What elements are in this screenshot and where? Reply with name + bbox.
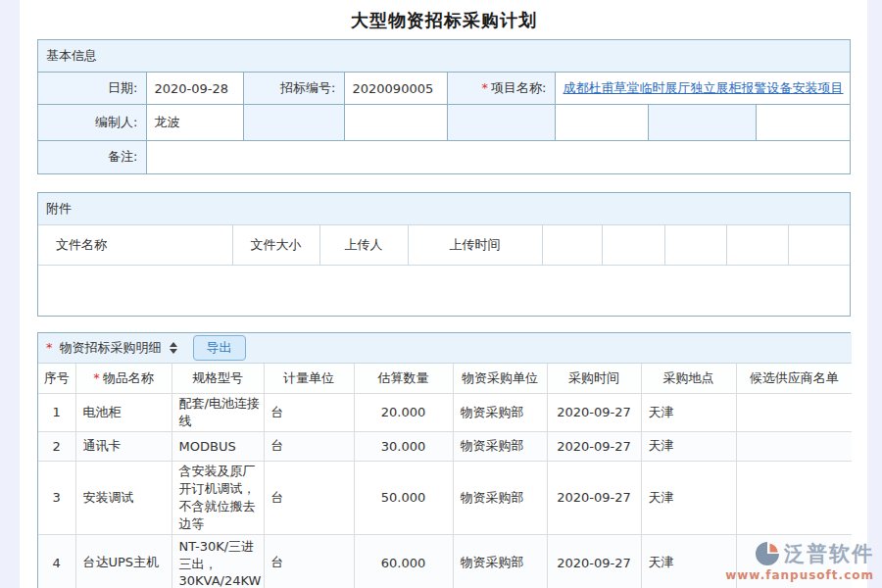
table-row: 3安装调试含安装及原厂开订机调试，不含就位搬去边等台50.000物资采购部202… — [38, 461, 852, 534]
attachments-empty-area — [38, 265, 850, 316]
empty-cell — [726, 224, 788, 265]
project-name-label: *项目名称: — [447, 73, 555, 105]
attachments-section: 附件 文件名称 文件大小 上传人 上传时间 — [37, 192, 851, 317]
bid-no-value: 2020090005 — [344, 73, 447, 105]
table-cell: 2020-09-27 — [547, 534, 641, 588]
required-marker: * — [46, 340, 53, 355]
compiler-label: 编制人: — [38, 105, 146, 141]
detail-table: * 物资招标采购明细 导出 序号 *物品名称 规格型号 计量单位 估算数量 — [38, 333, 852, 588]
table-cell: 物资采购部 — [453, 431, 547, 461]
table-row: 4台达UPS主机NT-30K/三进三出，30KVA/24KW台60.000物资采… — [38, 534, 852, 588]
date-value: 2020-09-28 — [146, 73, 243, 105]
empty-cell — [542, 224, 602, 265]
attachments-section-title: 附件 — [38, 193, 850, 225]
table-cell: 物资采购部 — [453, 534, 547, 588]
col-header-purchase-dept: 物资采购单位 — [453, 363, 547, 393]
empty-cell — [664, 224, 726, 265]
table-cell: 天津 — [641, 534, 736, 588]
basic-info-section: 基本信息 日期: 2020-09-28 招标编号: 2020090005 *项目… — [37, 39, 851, 174]
table-cell: 2020-09-27 — [547, 431, 641, 461]
empty-cell — [447, 105, 555, 141]
table-row: 1电池柜配套/电池连接线台20.000物资采购部2020-09-27天津 — [38, 393, 852, 431]
table-cell: 20.000 — [354, 393, 453, 431]
detail-section: * 物资招标采购明细 导出 序号 *物品名称 规格型号 计量单位 估算数量 — [37, 332, 851, 588]
table-cell: 2 — [38, 431, 75, 461]
table-cell: NT-30K/三进三出，30KVA/24KW — [172, 534, 264, 588]
compiler-value: 龙波 — [146, 105, 243, 141]
basic-info-table: 基本信息 日期: 2020-09-28 招标编号: 2020090005 *项目… — [38, 40, 850, 173]
table-cell: 3 — [38, 461, 75, 534]
table-cell: 2020-09-27 — [547, 393, 641, 431]
table-cell — [736, 393, 852, 431]
table-row: 2通讯卡MODBUS台30.000物资采购部2020-09-27天津 — [38, 431, 852, 461]
project-name-cell: 成都杜甫草堂临时展厅独立展柜报警设备安装项目 — [555, 73, 850, 105]
col-header-seq: 序号 — [38, 363, 75, 393]
detail-table-body: 1电池柜配套/电池连接线台20.000物资采购部2020-09-27天津2通讯卡… — [38, 393, 852, 588]
table-cell: 台 — [264, 534, 354, 588]
sort-arrows-icon[interactable] — [170, 342, 177, 354]
table-cell: 2020-09-27 — [547, 461, 641, 534]
col-header-item-name-text: 物品名称 — [103, 370, 154, 385]
empty-cell — [756, 105, 850, 141]
table-cell — [736, 461, 852, 534]
table-cell: 配套/电池连接线 — [172, 393, 264, 431]
table-cell: 50.000 — [354, 461, 453, 534]
empty-cell — [344, 105, 447, 141]
table-cell: 60.000 — [354, 534, 453, 588]
table-cell: 天津 — [641, 431, 736, 461]
col-header-file-size: 文件大小 — [232, 224, 319, 265]
table-cell: 台 — [264, 393, 354, 431]
table-cell: 台 — [264, 461, 354, 534]
required-marker: * — [482, 80, 489, 95]
empty-cell — [243, 105, 344, 141]
required-marker: * — [93, 370, 100, 385]
col-header-estimated-qty: 估算数量 — [354, 363, 453, 393]
col-header-unit: 计量单位 — [264, 363, 354, 393]
table-cell — [736, 534, 852, 588]
table-cell: 含安装及原厂开订机调试，不含就位搬去边等 — [172, 461, 264, 534]
page-title: 大型物资招标采购计划 — [37, 0, 851, 33]
table-cell: 4 — [38, 534, 75, 588]
remark-label: 备注: — [38, 141, 146, 173]
table-cell: 物资采购部 — [453, 393, 547, 431]
empty-cell — [788, 224, 850, 265]
date-label: 日期: — [38, 73, 146, 105]
detail-section-titlebar: * 物资招标采购明细 导出 — [38, 333, 852, 364]
col-header-spec-model: 规格型号 — [172, 363, 264, 393]
table-cell: 台 — [264, 431, 354, 461]
basic-info-section-title: 基本信息 — [38, 40, 850, 73]
page-canvas: 大型物资招标采购计划 基本信息 日期: 2020-09-28 招标编号: 202… — [20, 0, 867, 588]
table-cell: MODBUS — [172, 431, 264, 461]
col-header-upload-time: 上传时间 — [408, 224, 542, 265]
col-header-item-name: *物品名称 — [75, 363, 172, 393]
project-name-label-text: 项目名称: — [491, 80, 546, 95]
attachments-table: 附件 文件名称 文件大小 上传人 上传时间 — [38, 193, 850, 316]
empty-cell — [555, 105, 648, 141]
table-cell: 1 — [38, 393, 75, 431]
table-cell: 天津 — [641, 461, 736, 534]
col-header-uploader: 上传人 — [319, 224, 408, 265]
empty-cell — [648, 105, 756, 141]
table-cell: 天津 — [641, 393, 736, 431]
table-cell: 安装调试 — [75, 461, 172, 534]
table-cell: 30.000 — [354, 431, 453, 461]
project-name-link[interactable]: 成都杜甫草堂临时展厅独立展柜报警设备安装项目 — [564, 80, 844, 95]
col-header-purchase-time: 采购时间 — [547, 363, 641, 393]
col-header-file-name: 文件名称 — [38, 224, 232, 265]
table-cell: 物资采购部 — [453, 461, 547, 534]
table-cell: 台达UPS主机 — [75, 534, 172, 588]
table-cell: 通讯卡 — [75, 431, 172, 461]
table-cell: 电池柜 — [75, 393, 172, 431]
col-header-purchase-place: 采购地点 — [641, 363, 736, 393]
bid-no-label: 招标编号: — [243, 73, 344, 105]
remark-value — [146, 141, 850, 173]
detail-section-title: 物资招标采购明细 — [60, 339, 162, 357]
export-button[interactable]: 导出 — [193, 335, 246, 361]
empty-cell — [602, 224, 664, 265]
col-header-candidate-suppliers: 候选供应商名单 — [736, 363, 852, 393]
table-cell — [736, 431, 852, 461]
